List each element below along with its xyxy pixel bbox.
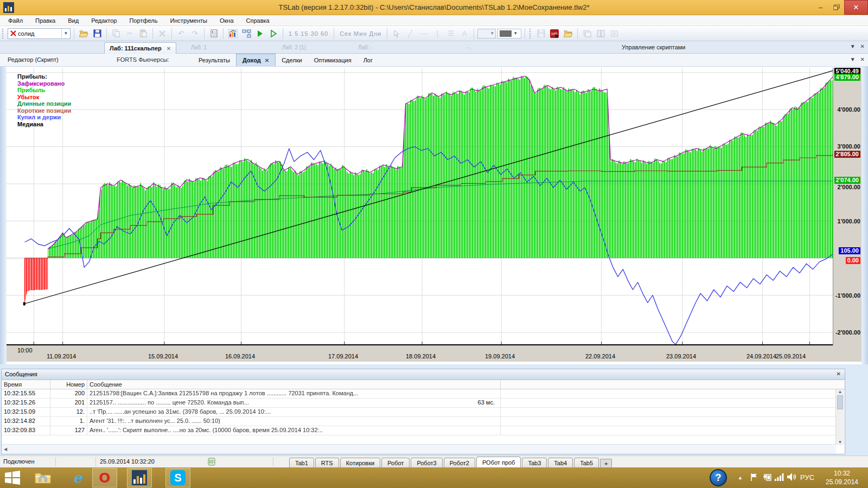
pointer-tool-button[interactable] — [391, 28, 403, 40]
open-layout-button[interactable] — [562, 28, 574, 40]
tab-Лог[interactable]: Лог — [358, 54, 379, 66]
workspace-tab[interactable]: РОбот проб — [476, 457, 521, 468]
scheme-button[interactable] — [240, 28, 252, 40]
paste-button[interactable] — [137, 28, 149, 40]
tslab-taskbar-button[interactable] — [127, 468, 152, 487]
volume-speaker-icon[interactable] — [787, 472, 796, 483]
taskbar-clock[interactable]: 10:32 25.09.2014 — [819, 469, 865, 486]
color-combobox[interactable]: ▼ — [497, 29, 521, 38]
scripts-management-label[interactable]: Управление скриптами — [622, 44, 685, 50]
menu-item[interactable]: Окна — [220, 17, 234, 24]
messages-close-icon[interactable]: ✕ — [837, 371, 841, 377]
tab-Оптимизация[interactable]: Оптимизация — [308, 54, 358, 66]
minimize-button[interactable]: – — [813, 0, 828, 15]
message-row[interactable]: 10:32:14.821.Агент '31. !!!:. ..т выполн… — [2, 417, 835, 426]
restore-button[interactable] — [828, 0, 844, 15]
messages-vertical-scrollbar[interactable]: ▲▼ — [835, 389, 844, 445]
menu-item[interactable]: Инструменты — [170, 17, 207, 24]
ghost-tab[interactable]: Лаб: 2 (1) — [282, 44, 306, 50]
delete-button[interactable] — [156, 28, 168, 40]
close-tab-icon[interactable]: ✕ — [167, 46, 171, 52]
window-close-all-button[interactable] — [608, 28, 620, 40]
workspace-tab[interactable]: Робот2 — [444, 458, 475, 468]
chart-x-axis[interactable]: 10:0011.09.201415.09.201416.09.201417.09… — [7, 345, 861, 362]
workspace-tab[interactable]: Котировки — [340, 458, 381, 468]
copy-button[interactable] — [110, 28, 122, 40]
opera-taskbar-button[interactable]: O — [92, 468, 117, 487]
message-row[interactable]: 10:32:09.83127Аген.. '......': Скрипт вы… — [2, 426, 835, 435]
close-panel-icon[interactable]: ✕ — [860, 43, 865, 49]
run-button[interactable] — [254, 28, 266, 40]
workspace-tab[interactable]: Робот3 — [411, 458, 442, 468]
action-center-flag-icon[interactable] — [750, 473, 758, 483]
menu-item[interactable]: Редактор — [91, 17, 117, 24]
save-layout-button[interactable] — [535, 28, 547, 40]
hs-export-button[interactable]: HS — [548, 28, 560, 40]
hline-tool-button[interactable]: — — [418, 28, 430, 40]
menu-item[interactable]: Правка — [35, 17, 55, 24]
power-plug-icon[interactable] — [763, 473, 772, 483]
column-header[interactable]: Время — [2, 380, 50, 389]
tab-Сделки[interactable]: Сделки — [276, 54, 308, 66]
internet-explorer-icon[interactable]: e — [68, 468, 87, 487]
dock-menu-icon[interactable]: ▼ — [850, 43, 856, 49]
dock-menu-icon[interactable]: ▼ — [850, 56, 856, 62]
add-workspace-tab-button[interactable]: + — [600, 459, 612, 468]
message-row[interactable]: 10:32:15.0912...т 'Пр.... ......ан успеш… — [2, 408, 835, 417]
menu-item[interactable]: Справка — [246, 17, 270, 24]
workspace-tab[interactable]: Tab3 — [522, 458, 547, 468]
line-tool-button[interactable]: ╱ — [404, 28, 416, 40]
skype-taskbar-button[interactable]: S — [165, 468, 190, 487]
chart-button[interactable] — [227, 28, 239, 40]
start-button[interactable] — [3, 468, 22, 487]
menu-item[interactable]: Вид — [68, 17, 79, 24]
workspace-tab[interactable]: Робот — [381, 458, 410, 468]
help-button[interactable]: ? — [710, 469, 727, 486]
window-tile-button[interactable] — [595, 28, 607, 40]
chart-y-axis[interactable]: 5'040.494'879.004'000.003'000.002'805.00… — [833, 68, 861, 345]
interval-units[interactable]: Сек Мин Дни — [340, 30, 381, 37]
toolbar-grip[interactable] — [2, 29, 5, 38]
column-header[interactable]: Номер — [50, 380, 87, 389]
run-agent-button[interactable] — [267, 28, 279, 40]
tab-lab-111scalper[interactable]: Лаб: 111скальпер ✕ — [104, 42, 176, 54]
messages-column-headers[interactable]: ВремяНомерСообщение — [2, 380, 845, 389]
vline-tool-button[interactable]: ❘ — [431, 28, 443, 40]
undo-button[interactable]: ↶ — [175, 28, 187, 40]
scroll-left-icon[interactable]: ◀ — [4, 447, 7, 452]
fibo-tool-button[interactable]: ☰ — [445, 28, 457, 40]
language-indicator[interactable]: РУС — [800, 473, 814, 481]
cut-button[interactable]: ✂ — [124, 28, 136, 40]
ghost-tab[interactable]: Лаб: 1 — [191, 44, 207, 50]
scrollbar-thumb[interactable] — [837, 395, 843, 409]
message-row[interactable]: 10:32:15.55200212515798:[Ващин С.А.]:Зая… — [2, 389, 835, 399]
text-tool-button[interactable]: A — [458, 28, 470, 40]
tab-Результаты[interactable]: Результаты — [193, 54, 236, 66]
line-width-combobox[interactable]: ▼ — [477, 29, 496, 38]
ghost-tab[interactable]: - . — [467, 44, 471, 50]
interval-presets[interactable]: 1 5 15 30 60 — [289, 30, 328, 37]
tab-Доход[interactable]: Доход✕ — [236, 54, 276, 66]
workspace-tab[interactable]: Tab1 — [289, 458, 314, 468]
save-button[interactable] — [91, 28, 103, 40]
profit-chart-plot[interactable]: Прибыль:ЗафиксированоПрибыльУбытокДлинны… — [7, 68, 833, 345]
close-tab-icon[interactable]: ✕ — [265, 57, 269, 63]
workspace-tab[interactable]: Tab4 — [548, 458, 573, 468]
column-header[interactable]: Сообщение — [87, 380, 501, 389]
open-button[interactable] — [78, 28, 90, 40]
redo-button[interactable]: ↷ — [189, 28, 201, 40]
close-button[interactable]: ✕ — [844, 0, 868, 15]
workspace-tab[interactable]: Tab5 — [574, 458, 599, 468]
account-combobox[interactable]: солид ▼ — [8, 28, 71, 39]
chevron-down-icon[interactable]: ▼ — [61, 29, 70, 38]
window-cascade-button[interactable] — [581, 28, 593, 40]
menu-item[interactable]: Портфель — [129, 17, 157, 24]
column-header[interactable] — [501, 380, 833, 389]
message-row[interactable]: 10:32:15.262012125157.. ................… — [2, 399, 835, 408]
network-signal-icon[interactable] — [775, 473, 784, 482]
menu-item[interactable]: Файл — [8, 17, 23, 24]
ghost-tab[interactable]: Лаб: - — [358, 44, 373, 50]
messages-horizontal-scrollbar[interactable]: ◀ — [2, 444, 836, 454]
close-panel-icon[interactable]: ✕ — [860, 56, 865, 62]
workspace-tab[interactable]: RTS — [315, 458, 339, 468]
